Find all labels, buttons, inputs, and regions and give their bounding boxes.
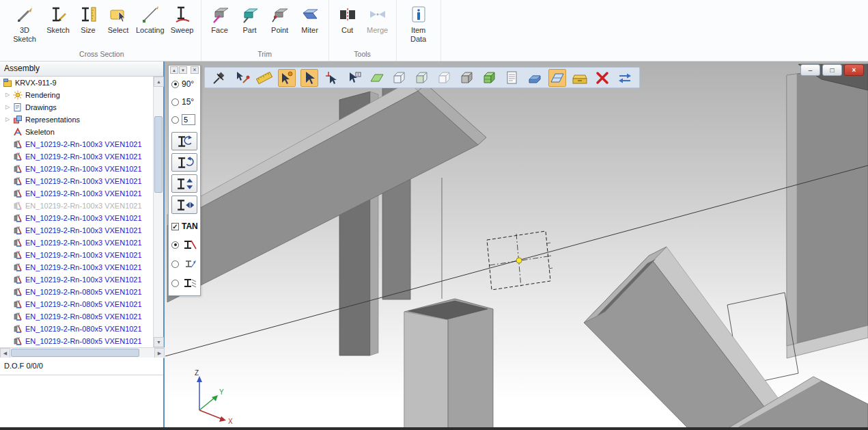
triad-z-label: Z [195,369,199,377]
delete-icon[interactable] [593,69,611,87]
tree-item[interactable]: EN_10219-2-Rn-100x3 VXEN1021 [0,261,154,273]
tree-item[interactable]: ▷Representations [0,113,154,126]
part-button[interactable]: Part [235,2,265,36]
placement-mode-1-radio[interactable] [170,235,199,254]
scroll-left-icon[interactable]: ◀ [0,348,10,358]
point-button[interactable]: Point [265,2,295,36]
merge-icon [367,4,388,25]
scene-3d[interactable]: Z X Y [165,62,868,430]
cut-button[interactable]: Cut [333,2,363,36]
miter-button[interactable]: Miter [295,2,325,36]
sweep-button[interactable]: Sweep [167,2,197,36]
pin-component-icon[interactable] [233,69,251,87]
placement-mode-2-radio[interactable] [170,254,199,273]
minimize-button[interactable]: – [800,64,820,76]
flip-section-vertical-button[interactable] [171,174,197,193]
scroll-right-icon[interactable]: ▶ [154,348,165,358]
assembly-root-icon [3,78,12,88]
rotate-section-cw-button[interactable] [171,153,197,172]
snap-point-icon[interactable] [278,69,296,87]
size-icon [78,4,98,25]
display-box-3-icon[interactable] [436,69,453,87]
radio-icon [171,81,179,88]
angle-15-radio[interactable]: 15° [170,93,199,111]
ribbon-button-row: CutMerge [333,2,393,49]
tree-item[interactable]: Skeleton [0,126,154,138]
item-data-button[interactable]: Item Data [400,2,437,44]
tree-item[interactable]: EN_10219-2-Rn-080x5 VXEN1021 [0,298,154,310]
sketch-button[interactable]: Sketch [43,2,73,36]
point-icon [270,4,290,25]
viewport-toolbar [204,67,640,88]
palette-close-icon[interactable]: × [191,66,199,74]
select-face-icon[interactable] [368,69,386,87]
palette-up-icon[interactable]: ▲ [170,66,178,74]
tree-vertical-scrollbar[interactable]: ▲ ▼ [153,77,163,347]
tree-item[interactable]: EN_10219-2-Rn-100x3 VXEN1021 [0,273,154,286]
workplane-center-point[interactable] [516,258,522,263]
swap-icon[interactable] [616,69,634,87]
report-icon[interactable] [503,69,521,87]
tree-item[interactable]: EN_10219-2-Rn-100x3 VXEN1021 [0,237,154,249]
display-box-1-icon[interactable] [391,69,408,87]
face-button[interactable]: Face [205,2,235,36]
merge-button[interactable]: Merge [363,2,393,36]
locating-button[interactable]: Locating [133,2,167,36]
size-button[interactable]: Size [73,2,103,36]
flip-section-vertical-icon [174,176,195,191]
tree-item[interactable]: ▷Rendering [0,89,154,101]
expander-icon[interactable]: ▷ [5,101,13,113]
3d-sketch-button[interactable]: 3D Sketch [6,2,43,44]
expander-icon[interactable]: ▷ [5,89,13,101]
close-button[interactable]: × [844,64,864,76]
ribbon-group: 3D SketchSketchSizeSelectLocatingSweepCr… [3,0,201,61]
angle-custom-radio[interactable] [170,111,199,129]
scroll-down-icon[interactable]: ▼ [154,337,164,347]
select-button[interactable]: Select [103,2,133,36]
palette-down-icon[interactable]: ▼ [179,66,187,74]
placement-mode-3-radio[interactable] [170,273,199,293]
horizontal-scrollbar-thumb[interactable] [11,349,139,357]
custom-angle-input[interactable] [182,114,195,125]
expander-icon[interactable]: ▷ [5,113,13,126]
tree-horizontal-scrollbar[interactable]: ◀ ▶ [0,347,165,358]
tree-item[interactable]: EN_10219-2-Rn-100x3 VXEN1021 [0,150,154,163]
tree-item[interactable]: ▷Drawings [0,101,154,113]
ribbon-group-label [400,49,437,59]
maximize-button[interactable]: □ [822,64,842,76]
display-box-2-icon[interactable] [413,69,431,87]
display-green-cube-icon[interactable] [481,69,499,87]
vertical-scrollbar-thumb[interactable] [154,116,163,193]
tree-item[interactable]: EN_10219-2-Rn-080x5 VXEN1021 [0,310,154,323]
snap-free-icon[interactable] [300,69,318,87]
drawer-icon[interactable] [571,69,589,87]
tree-item[interactable]: EN_10219-2-Rn-100x3 VXEN1021 [0,163,154,175]
tree-item[interactable]: EN_10219-2-Rn-080x5 VXEN1021 [0,335,154,347]
flip-section-horizontal-button[interactable] [171,196,197,214]
display-cube-icon[interactable] [458,69,476,87]
tree-item[interactable]: KRVX-911-9 [0,77,154,89]
tree-item[interactable]: EN_10219-2-Rn-080x5 VXEN1021 [0,323,154,335]
tree-item[interactable]: EN_10219-2-Rn-100x3 VXEN1021 [0,138,154,150]
ruler-icon[interactable] [255,69,273,87]
tangent-checkbox[interactable]: ✓ TAN [170,217,199,235]
snap-corner-icon[interactable] [323,69,341,87]
tree-item[interactable]: EN_10219-2-Rn-100x3 VXEN1021 [0,187,154,200]
snap-edge-icon[interactable] [346,69,363,87]
angle-90-radio[interactable]: 90° [170,75,199,93]
tree-item-label: EN_10219-2-Rn-080x5 VXEN1021 [25,325,142,333]
tree-item[interactable]: EN_10219-2-Rn-100x3 VXEN1021 [0,212,154,224]
triad-x-label: X [228,418,233,425]
rotate-section-ccw-button[interactable] [171,132,197,150]
viewport[interactable]: Z X Y ▲ ▼ × 90° 15° ✓ [165,62,868,430]
tree-item[interactable]: EN_10219-2-Rn-100x3 VXEN1021 [0,175,154,187]
tree-item[interactable]: EN_10219-2-Rn-100x3 VXEN1021 [0,224,154,237]
pin-icon[interactable] [210,69,228,87]
tree-item[interactable]: EN_10219-2-Rn-080x5 VXEN1021 [0,286,154,298]
scroll-up-icon[interactable]: ▲ [154,77,164,87]
tree-item[interactable]: EN_10219-2-Rn-100x3 VXEN1021 [0,249,154,261]
tree-item[interactable]: EN_10219-2-Rn-100x3 VXEN1021 [0,200,154,212]
blue-part-icon[interactable] [526,69,544,87]
tree-item-label: EN_10219-2-Rn-080x5 VXEN1021 [25,300,142,308]
workplane-icon[interactable] [548,69,566,87]
